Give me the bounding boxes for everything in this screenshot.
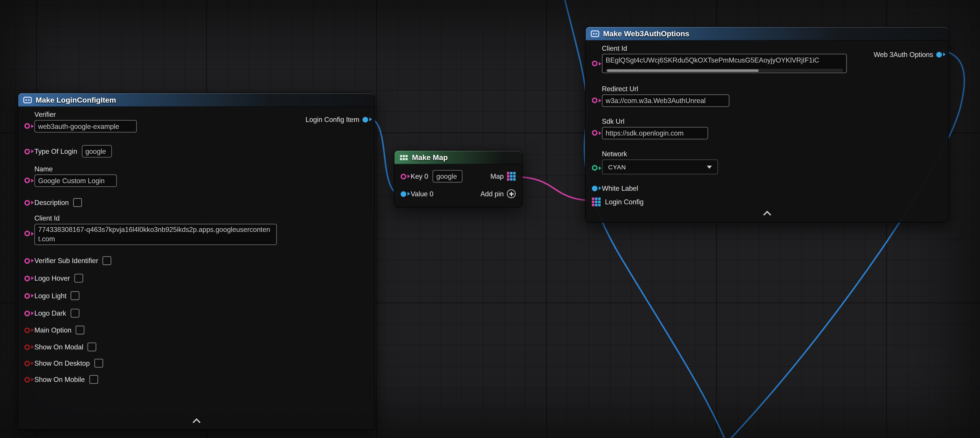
field-label-logo-light: Logo Light	[34, 292, 66, 299]
field-label-type-of-login: Type Of Login	[34, 148, 77, 155]
field-label-client-id: Client Id	[34, 214, 277, 222]
field-label-verifier-sub-identifier: Verifier Sub Identifier	[34, 257, 98, 264]
show-on-modal-checkbox[interactable]	[88, 342, 96, 351]
field-label-show-on-desktop: Show On Desktop	[34, 360, 90, 367]
sdk-url-input[interactable]: https://sdk.openlogin.com	[602, 127, 708, 139]
pin-show-on-desktop[interactable]	[24, 360, 30, 366]
output-label-web3auth-options: Web 3Auth Options	[873, 51, 933, 58]
redirect-url-input[interactable]: w3a://com.w3a.Web3AuthUnreal	[602, 94, 729, 107]
node-make-map[interactable]: Make Map Key 0 google Map Value 0 Add pi…	[394, 150, 522, 207]
verifier-input[interactable]: web3auth-google-example	[34, 120, 137, 132]
client-id-text: BEglQSgt4cUWcj6SKRdu5QkOXTsePmMcusG5EAoy…	[606, 55, 843, 65]
blueprint-canvas[interactable]: Make LoginConfigItem Verifier web3auth-g…	[0, 0, 980, 438]
pin-verifier-sub-identifier[interactable]	[24, 258, 30, 263]
pin-map-output[interactable]	[507, 172, 515, 180]
name-input[interactable]: Google Custom Login	[34, 175, 117, 187]
client-id-scrollbar-thumb[interactable]	[607, 69, 759, 72]
pin-name[interactable]	[24, 178, 30, 183]
network-dropdown[interactable]: CYAN	[602, 159, 718, 174]
field-label-redirect-url: Redirect Url	[602, 85, 729, 92]
node-header-make-loginconfigitem[interactable]: Make LoginConfigItem	[18, 93, 374, 107]
network-dropdown-value: CYAN	[608, 163, 626, 170]
pin-show-on-modal[interactable]	[24, 344, 30, 350]
node-header-make-map[interactable]: Make Map	[394, 151, 522, 164]
type-of-login-input[interactable]: google	[82, 145, 112, 158]
collapse-chevron[interactable]	[192, 418, 200, 426]
pin-web3auth-options-output[interactable]	[936, 52, 942, 57]
field-label-show-on-mobile: Show On Mobile	[34, 376, 85, 383]
pin-sdk-url[interactable]	[592, 130, 598, 135]
node-make-loginconfigitem[interactable]: Make LoginConfigItem Verifier web3auth-g…	[18, 92, 375, 430]
node-header-make-web3authoptions[interactable]: Make Web3AuthOptions	[586, 27, 948, 41]
output-label-map: Map	[490, 172, 504, 180]
make-map-icon	[399, 153, 408, 162]
field-label-login-config: Login Config	[605, 198, 644, 205]
field-label-client-id: Client Id	[602, 44, 847, 52]
pin-value-0[interactable]	[401, 191, 406, 196]
pin-logo-dark[interactable]	[24, 311, 30, 316]
logo-dark-input[interactable]	[70, 309, 79, 317]
description-input[interactable]	[73, 198, 82, 207]
chevron-down-icon	[707, 166, 712, 169]
client-id-input[interactable]: BEglQSgt4cUWcj6SKRdu5QkOXTsePmMcusG5EAoy…	[602, 54, 847, 73]
show-on-desktop-checkbox[interactable]	[94, 359, 103, 368]
pin-verifier[interactable]	[24, 123, 30, 129]
logo-hover-input[interactable]	[74, 274, 83, 282]
node-title: Make LoginConfigItem	[36, 95, 116, 104]
field-label-sdk-url: Sdk Url	[602, 118, 708, 125]
node-make-web3authoptions[interactable]: Make Web3AuthOptions Client Id BEglQSgt4…	[585, 26, 949, 223]
pin-key-0[interactable]	[401, 174, 406, 179]
field-label-white-label: White Label	[602, 185, 638, 192]
make-struct-icon	[23, 95, 32, 104]
client-id-input[interactable]: 774338308167-q463s7kpvja16l4l0kko3nb925i…	[34, 224, 277, 245]
add-pin-button[interactable]	[507, 190, 515, 198]
field-label-show-on-modal: Show On Modal	[34, 343, 83, 351]
output-label-login-config-item: Login Config Item	[305, 116, 360, 123]
pin-logo-light[interactable]	[24, 293, 30, 298]
pin-client-id[interactable]	[24, 231, 30, 236]
pin-login-config[interactable]	[592, 197, 601, 206]
field-label-main-option: Main Option	[34, 326, 72, 334]
field-label-logo-hover: Logo Hover	[34, 274, 70, 282]
pin-redirect-url[interactable]	[592, 97, 598, 103]
make-struct-icon	[590, 29, 599, 38]
field-label-network: Network	[602, 150, 718, 158]
pin-main-option[interactable]	[24, 327, 30, 333]
field-label-name: Name	[34, 165, 117, 172]
field-label-verifier: Verifier	[34, 111, 137, 118]
wire-map-to-loginconfig[interactable]	[518, 177, 593, 201]
pin-description[interactable]	[24, 200, 30, 205]
client-id-scrollbar[interactable]	[606, 69, 843, 72]
add-pin-label: Add pin	[480, 190, 504, 197]
pin-show-on-mobile[interactable]	[24, 377, 30, 382]
node-title: Make Web3AuthOptions	[603, 29, 689, 38]
key-0-input[interactable]: google	[433, 170, 463, 183]
field-label-value-0: Value 0	[410, 190, 433, 197]
field-label-key-0: Key 0	[410, 172, 428, 180]
pin-type-of-login[interactable]	[24, 148, 30, 154]
node-title: Make Map	[412, 153, 448, 162]
logo-light-input[interactable]	[71, 291, 80, 300]
pin-white-label[interactable]	[592, 185, 598, 191]
pin-network[interactable]	[592, 165, 598, 170]
main-option-checkbox[interactable]	[76, 326, 84, 334]
field-label-logo-dark: Logo Dark	[34, 309, 66, 317]
field-label-description: Description	[34, 199, 69, 206]
pin-logo-hover[interactable]	[24, 275, 30, 281]
pin-client-id[interactable]	[592, 61, 598, 66]
show-on-mobile-checkbox[interactable]	[89, 375, 98, 384]
verifier-sub-identifier-input[interactable]	[103, 256, 111, 265]
pin-login-config-item-output[interactable]	[363, 116, 368, 122]
collapse-chevron[interactable]	[763, 211, 771, 219]
